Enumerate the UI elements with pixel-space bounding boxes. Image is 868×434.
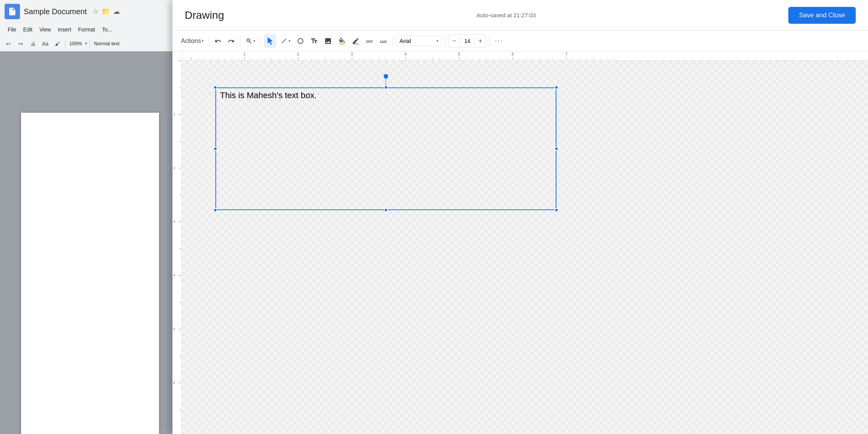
drawing-header: Drawing Auto-saved at 21:27:03 Save and … bbox=[172, 0, 868, 31]
menu-view[interactable]: View bbox=[36, 25, 54, 34]
svg-rect-4 bbox=[366, 42, 368, 43]
image-tool-button[interactable] bbox=[322, 34, 334, 48]
line-icon bbox=[280, 37, 288, 45]
zoom-icon bbox=[246, 38, 253, 44]
textbox-border bbox=[215, 87, 556, 210]
svg-rect-7 bbox=[380, 41, 381, 41]
toolbar-sep-5 bbox=[445, 36, 445, 46]
border-style-icon bbox=[366, 37, 373, 45]
line-chevron-icon: ▾ bbox=[289, 39, 290, 43]
docs-page-area bbox=[0, 51, 172, 434]
canvas-content[interactable]: This is Mahesh's text box. bbox=[182, 61, 868, 434]
svg-rect-9 bbox=[385, 41, 387, 41]
handle-bottom-left[interactable] bbox=[213, 208, 217, 212]
doc-title-icons: ☆ 📁 ☁ bbox=[92, 7, 120, 16]
handle-mid-left[interactable] bbox=[213, 147, 217, 151]
paint-format-btn[interactable]: 🖌 bbox=[52, 38, 63, 49]
rotation-handle[interactable] bbox=[384, 74, 388, 79]
shape-icon bbox=[297, 37, 304, 45]
svg-rect-1 bbox=[339, 43, 345, 44]
folder-icon[interactable]: 📁 bbox=[102, 7, 110, 16]
border-dash-button[interactable] bbox=[377, 34, 389, 48]
style-dropdown[interactable]: Normal text bbox=[92, 40, 121, 47]
docs-topbar: Sample Document ☆ 📁 ☁ bbox=[0, 0, 172, 23]
pen-icon bbox=[352, 37, 359, 45]
textbox-tool-button[interactable] bbox=[308, 34, 320, 48]
drawing-canvas-area[interactable]: 1234567 1234567 This is Mahesh's text bo… bbox=[172, 51, 868, 434]
shape-tool-button[interactable] bbox=[294, 34, 307, 48]
handle-top-right[interactable] bbox=[555, 85, 558, 89]
toolbar-sep-4 bbox=[392, 36, 393, 46]
svg-rect-3 bbox=[366, 41, 373, 41]
zoom-chevron-icon: ▾ bbox=[253, 39, 255, 43]
font-size-increase-button[interactable]: + bbox=[475, 35, 486, 47]
ruler-left: 1234567 bbox=[172, 51, 182, 434]
actions-label: Actions bbox=[181, 38, 201, 44]
handle-top-mid[interactable] bbox=[384, 85, 388, 89]
docs-app-icon bbox=[5, 4, 20, 19]
fill-color-button[interactable] bbox=[336, 34, 348, 48]
handle-mid-right[interactable] bbox=[555, 147, 558, 151]
menu-file[interactable]: File bbox=[5, 25, 20, 34]
draw-redo-button[interactable] bbox=[225, 34, 237, 48]
zoom-select[interactable]: 100% bbox=[68, 40, 84, 47]
textbox-text[interactable]: This is Mahesh's text box. bbox=[220, 90, 317, 100]
cloud-icon[interactable]: ☁ bbox=[113, 7, 120, 16]
selected-textbox[interactable]: This is Mahesh's text box. bbox=[215, 87, 556, 210]
handle-top-left[interactable] bbox=[213, 85, 217, 89]
font-chevron-icon: ▾ bbox=[436, 39, 438, 43]
menu-format[interactable]: Format bbox=[75, 25, 98, 34]
fill-icon bbox=[338, 37, 346, 45]
toolbar-sep-1 bbox=[209, 36, 209, 46]
font-size-control: − 14 + bbox=[448, 35, 486, 48]
undo-icon bbox=[215, 38, 222, 44]
handle-bottom-mid[interactable] bbox=[384, 208, 388, 212]
handle-bottom-right[interactable] bbox=[555, 208, 558, 212]
svg-rect-5 bbox=[369, 42, 370, 43]
toolbar-sep-2 bbox=[240, 36, 240, 46]
docs-page bbox=[21, 113, 159, 434]
spellcheck-btn[interactable]: Aa bbox=[40, 38, 51, 49]
line-tool-button[interactable]: ▾ bbox=[278, 34, 293, 48]
svg-rect-8 bbox=[382, 41, 384, 41]
font-size-decrease-button[interactable]: − bbox=[449, 35, 459, 47]
more-icon: ··· bbox=[495, 37, 503, 45]
docs-menubar: File Edit View Insert Format To... bbox=[0, 23, 172, 36]
font-name-label: Arial bbox=[399, 38, 411, 44]
toolbar-sep-6 bbox=[489, 36, 489, 46]
actions-menu-button[interactable]: Actions ▾ bbox=[179, 34, 206, 48]
menu-edit[interactable]: Edit bbox=[20, 25, 36, 34]
toolbar-divider-1 bbox=[65, 40, 66, 48]
doc-title: Sample Document bbox=[24, 7, 87, 16]
drawing-autosave: Auto-saved at 21:27:03 bbox=[224, 12, 788, 18]
menu-insert[interactable]: Insert bbox=[55, 25, 74, 34]
drawing-toolbar: Actions ▾ ▾ ▾ bbox=[172, 31, 868, 51]
draw-undo-button[interactable] bbox=[212, 34, 224, 48]
textbox-icon bbox=[310, 37, 318, 45]
star-icon[interactable]: ☆ bbox=[92, 7, 98, 16]
docs-icon-svg bbox=[8, 7, 17, 16]
toolbar-divider-2 bbox=[90, 40, 90, 48]
redo-btn[interactable]: ↪ bbox=[15, 38, 26, 49]
undo-btn[interactable]: ↩ bbox=[3, 38, 14, 49]
ruler-top: 1234567 bbox=[172, 51, 868, 61]
drawing-title: Drawing bbox=[185, 9, 224, 21]
actions-chevron-icon: ▾ bbox=[202, 39, 203, 43]
border-color-button[interactable] bbox=[349, 34, 362, 48]
toolbar-sep-3 bbox=[261, 36, 261, 46]
redo-icon bbox=[228, 38, 235, 44]
zoom-button[interactable]: ▾ bbox=[243, 34, 258, 48]
more-options-button[interactable]: ··· bbox=[492, 34, 505, 48]
print-btn[interactable]: 🖨 bbox=[28, 38, 38, 49]
svg-rect-2 bbox=[353, 43, 359, 44]
docs-toolbar: ↩ ↪ 🖨 Aa 🖌 100% ▾ Normal text bbox=[0, 36, 172, 51]
select-tool-button[interactable] bbox=[264, 34, 276, 48]
cursor-icon bbox=[266, 37, 274, 45]
font-family-selector[interactable]: Arial ▾ bbox=[396, 36, 442, 46]
menu-tools[interactable]: To... bbox=[99, 25, 115, 34]
font-size-value[interactable]: 14 bbox=[459, 36, 475, 46]
save-close-button[interactable]: Save and Close bbox=[788, 7, 856, 24]
image-icon bbox=[324, 37, 332, 45]
svg-point-0 bbox=[298, 38, 303, 43]
border-style-button[interactable] bbox=[363, 34, 376, 48]
